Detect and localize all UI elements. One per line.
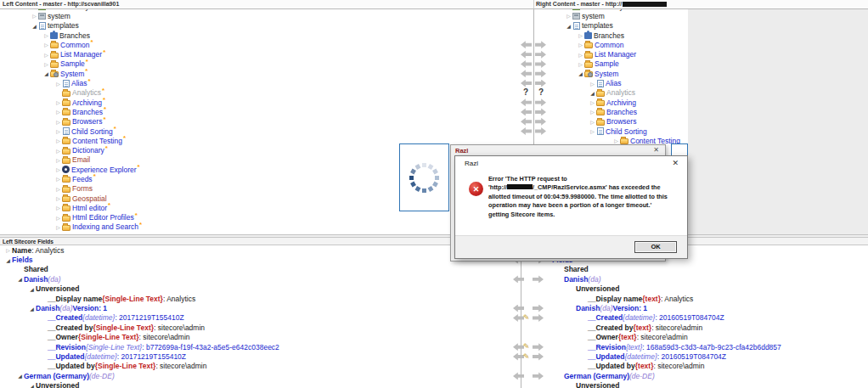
tree-item[interactable]: ◢System [534, 69, 688, 78]
tree-expander-icon[interactable]: ▷ [54, 186, 62, 192]
tree-item[interactable]: ▷Child Sorting* [0, 127, 533, 136]
copy-right-arrow-icon[interactable] [535, 51, 546, 59]
tree-expander-icon[interactable]: ▷ [54, 119, 62, 125]
tree-item[interactable]: ▷system [0, 11, 533, 20]
tree-expander-icon[interactable]: ▷ [54, 224, 62, 230]
field-row[interactable]: ◢German (Germany) (de-DE) [0, 371, 521, 380]
field-row[interactable]: __Created by {text} : sitecore\admin [521, 323, 868, 332]
tree-expander-icon[interactable]: ◢ [589, 90, 596, 96]
copy-left-arrow-icon[interactable] [513, 275, 524, 283]
copy-left-arrow-icon[interactable] [521, 41, 532, 48]
tree-expander-icon[interactable]: ▷ [577, 42, 584, 48]
field-row[interactable]: __Created {datetime} : 20160519T084704Z [521, 313, 868, 323]
tree-item[interactable]: ▷Sample [534, 59, 688, 69]
copy-right-arrow-icon[interactable] [533, 275, 544, 283]
tree-item[interactable]: ▷Branches [534, 31, 688, 40]
tree-expander-icon[interactable]: ▷ [565, 13, 572, 19]
field-expander-icon[interactable]: ◢ [28, 383, 36, 388]
copy-left-arrow-icon[interactable] [521, 118, 532, 126]
field-row[interactable]: __Updated by {text} : sitecore\admin [521, 362, 868, 371]
field-row[interactable]: __Display name {Single-Line Text} : Anal… [0, 294, 521, 303]
dialog-close-icon[interactable]: ✕ [672, 159, 679, 167]
tree-expander-icon[interactable]: ▷ [54, 205, 62, 211]
tree-expander-icon[interactable]: ▷ [54, 215, 62, 221]
tree-expander-icon[interactable]: ▷ [577, 32, 584, 38]
tree-expander-icon[interactable]: ▷ [42, 32, 50, 38]
question-mark-icon[interactable]: ? [523, 87, 528, 97]
copy-left-arrow-icon[interactable] [521, 80, 532, 87]
tree-expander-icon[interactable]: ▷ [577, 52, 584, 58]
field-expander-icon[interactable]: ◢ [16, 373, 24, 379]
tree-expander-icon[interactable]: ▷ [54, 109, 62, 115]
field-row[interactable]: Unversioned [521, 284, 868, 294]
copy-right-arrow-icon[interactable] [533, 372, 544, 380]
tree-expander-icon[interactable]: ◢ [42, 70, 50, 76]
tree-expander-icon[interactable]: ▷ [54, 99, 62, 105]
field-row[interactable]: __Owner {Single-Line Text} : sitecore\ad… [0, 333, 521, 342]
tree-expander-icon[interactable]: ▷ [589, 128, 596, 134]
tree-item[interactable]: ▷Branches* [0, 107, 533, 116]
tree-item[interactable]: ▷Alias [534, 78, 688, 87]
tree-expander-icon[interactable]: ▷ [589, 99, 596, 105]
copy-left-arrow-icon[interactable] [521, 108, 532, 115]
tree-expander-icon[interactable]: ▷ [612, 138, 620, 143]
field-row[interactable]: __Updated by {Single-Line Text} : siteco… [0, 362, 521, 371]
tree-expander-icon[interactable]: ▷ [54, 128, 62, 134]
field-row[interactable]: Shared [521, 265, 868, 274]
tree-expander-icon[interactable]: ◢ [31, 23, 38, 29]
copy-right-arrow-icon[interactable] [535, 60, 546, 68]
field-row[interactable]: __Revision {Single-Line Text} : b772699a… [0, 342, 521, 351]
tree-expander-icon[interactable]: ▷ [589, 81, 596, 87]
field-row[interactable]: __Created {datetime} : 20171219T155410Z [0, 313, 521, 323]
field-row[interactable]: ◢Unversioned [0, 284, 521, 294]
left-fields-pane[interactable]: ▷Name : Analytics◢FieldsShared◢Danish (d… [0, 245, 521, 388]
tree-item[interactable]: ▷Sample* [0, 59, 533, 69]
tree-item[interactable]: ▷Browsers [534, 117, 688, 127]
field-row[interactable]: ▷Name : Analytics [0, 245, 521, 255]
field-expander-icon[interactable]: ◢ [16, 276, 24, 282]
tree-expander-icon[interactable]: ▷ [54, 148, 62, 154]
copy-right-arrow-icon[interactable] [533, 305, 544, 312]
copy-right-arrow-icon[interactable] [533, 314, 544, 322]
tree-item[interactable]: ▷Archiving* [0, 98, 533, 107]
field-row[interactable]: ◢Unversioned [0, 380, 521, 388]
field-row[interactable]: ◢Fields [0, 255, 521, 264]
tree-item[interactable]: ◢templates [534, 21, 688, 31]
copy-right-arrow-icon[interactable] [535, 41, 546, 48]
field-expander-icon[interactable]: ◢ [28, 306, 36, 312]
field-expander-icon[interactable]: ◢ [4, 257, 12, 263]
copy-right-arrow-icon[interactable] [535, 127, 546, 135]
field-row[interactable]: Unversioned [521, 380, 868, 388]
field-row[interactable]: __Revision {text} : 168a59d3-c3d3-4a7b-9… [521, 342, 868, 351]
field-row[interactable]: __Created by {Single-Line Text} : siteco… [0, 323, 521, 332]
field-row[interactable]: __Updated {datetime} : 20160519T084704Z [521, 351, 868, 361]
tree-expander-icon[interactable]: ▷ [42, 52, 50, 58]
right-fields-pane[interactable]: FieldsSharedDanish (da)Unversioned__Disp… [521, 245, 868, 388]
tree-expander-icon[interactable]: ▷ [54, 166, 62, 172]
close-icon[interactable]: ✕ [653, 146, 659, 154]
tree-item[interactable]: ▷List Manager* [0, 49, 533, 59]
copy-left-arrow-icon[interactable] [521, 127, 532, 135]
field-row[interactable]: Shared [0, 265, 521, 274]
tree-expander-icon[interactable]: ▷ [54, 176, 62, 182]
copy-left-arrow-icon[interactable] [521, 70, 532, 77]
tree-expander-icon[interactable]: ▷ [42, 42, 50, 48]
tree-item[interactable]: ▷Branches [534, 107, 688, 116]
field-row[interactable]: __Updated {datetime} : 20171219T155410Z [0, 351, 521, 361]
tree-expander-icon[interactable]: ▷ [54, 138, 62, 143]
tree-expander-icon[interactable]: ▷ [589, 119, 596, 125]
field-row[interactable]: __Display name {text} : Analytics [521, 294, 868, 303]
copy-right-arrow-icon[interactable] [533, 353, 544, 361]
tree-expander-icon[interactable]: ▷ [31, 13, 38, 19]
tree-item[interactable]: ▷Alias* [0, 78, 533, 87]
copy-right-arrow-icon[interactable] [535, 70, 546, 77]
tree-expander-icon[interactable]: ▷ [54, 81, 62, 87]
copy-left-arrow-icon[interactable] [521, 60, 532, 68]
tree-item[interactable]: ◢System* [0, 69, 533, 78]
tree-expander-icon[interactable]: ▷ [42, 61, 50, 67]
tree-item[interactable]: ▷Browsers* [0, 117, 533, 127]
tree-expander-icon[interactable]: ▷ [589, 109, 596, 115]
tree-item[interactable]: Analytics* [0, 88, 533, 98]
tree-item[interactable]: ◢Analytics [534, 88, 688, 98]
field-row[interactable]: ◢Danish (da) [0, 274, 521, 284]
